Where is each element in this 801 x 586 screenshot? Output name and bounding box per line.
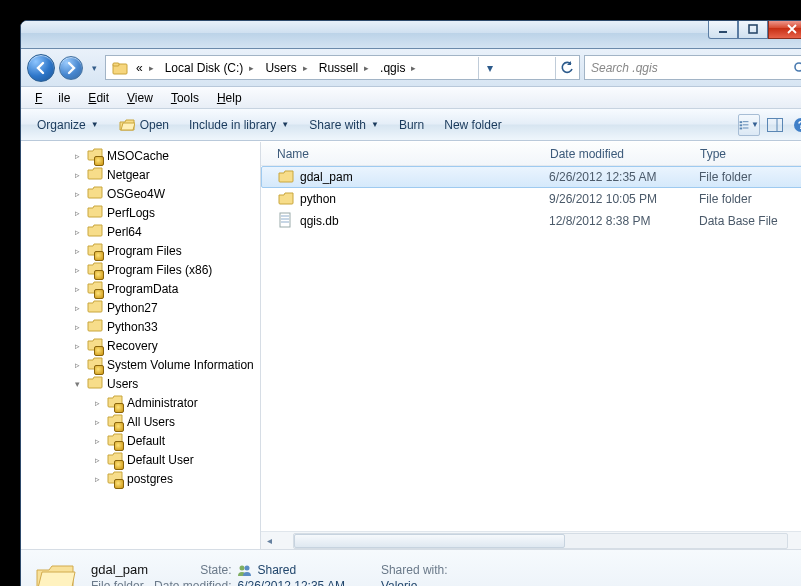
tree-item[interactable]: ▹ Default User xyxy=(21,450,260,469)
tree-twist-icon[interactable]: ▹ xyxy=(71,265,83,275)
file-rows[interactable]: gdal_pam 6/26/2012 12:35 AM File folderp… xyxy=(261,166,801,531)
col-type[interactable]: Type xyxy=(700,147,801,161)
tree-twist-icon[interactable]: ▹ xyxy=(71,227,83,237)
tree-twist-icon[interactable]: ▹ xyxy=(91,417,103,427)
burn-button[interactable]: Burn xyxy=(391,115,432,135)
breadcrumb-seg-3[interactable]: .qgis▸ xyxy=(376,56,423,79)
tree-twist-icon[interactable]: ▹ xyxy=(71,303,83,313)
tree-item[interactable]: ▹ Recovery xyxy=(21,336,260,355)
menu-file[interactable]: File xyxy=(27,89,78,107)
breadcrumb-seg-2[interactable]: Russell▸ xyxy=(315,56,376,79)
column-headers[interactable]: Name Date modified Type xyxy=(261,142,801,166)
tree-twist-icon[interactable]: ▹ xyxy=(71,208,83,218)
svg-rect-19 xyxy=(281,221,289,223)
tree-item[interactable]: ▹ Python33 xyxy=(21,317,260,336)
breadcrumb-seg-1[interactable]: Users▸ xyxy=(261,56,314,79)
breadcrumb-overflow[interactable]: « ▸ xyxy=(132,56,161,79)
preview-pane-button[interactable] xyxy=(764,114,786,136)
file-type: File folder xyxy=(699,170,801,184)
folder-tree[interactable]: ▹ MSOCache▹ Netgear▹ OSGeo4W▹ PerfLogs▹ … xyxy=(21,142,261,549)
open-button[interactable]: Open xyxy=(111,114,177,136)
col-name[interactable]: Name xyxy=(277,147,550,161)
titlebar xyxy=(21,21,801,49)
close-button[interactable] xyxy=(768,20,801,39)
minimize-button[interactable] xyxy=(708,20,738,39)
tree-item[interactable]: ▹ All Users xyxy=(21,412,260,431)
tree-item[interactable]: ▾ Users xyxy=(21,374,260,393)
folder-icon xyxy=(87,298,103,317)
locked-folder-icon xyxy=(107,450,123,469)
tree-twist-icon[interactable]: ▹ xyxy=(71,189,83,199)
tree-twist-icon[interactable]: ▹ xyxy=(91,436,103,446)
menu-tools[interactable]: Tools xyxy=(163,89,207,107)
maximize-button[interactable] xyxy=(738,20,768,39)
menu-help[interactable]: Help xyxy=(209,89,250,107)
view-mode-button[interactable]: ▼ xyxy=(738,114,760,136)
tree-item[interactable]: ▹ ProgramData xyxy=(21,279,260,298)
history-dropdown[interactable]: ▾ xyxy=(87,57,101,79)
share-with-button[interactable]: Share with▼ xyxy=(301,115,387,135)
locked-folder-icon xyxy=(87,279,103,298)
file-row[interactable]: python 9/26/2012 10:05 PM File folder xyxy=(261,188,801,210)
scroll-thumb[interactable] xyxy=(294,534,565,548)
tree-twist-icon[interactable]: ▹ xyxy=(71,341,83,351)
include-library-button[interactable]: Include in library▼ xyxy=(181,115,297,135)
locked-folder-icon xyxy=(107,431,123,450)
tree-item[interactable]: ▹ System Volume Information xyxy=(21,355,260,374)
folder-icon xyxy=(33,556,77,587)
forward-button[interactable] xyxy=(59,56,83,80)
horizontal-scrollbar[interactable]: ◂ ▸ xyxy=(261,531,801,549)
file-date: 12/8/2012 8:38 PM xyxy=(549,214,699,228)
tree-item[interactable]: ▹ Python27 xyxy=(21,298,260,317)
menu-bar: File Edit View Tools Help xyxy=(21,87,801,109)
tree-item[interactable]: ▹ Default xyxy=(21,431,260,450)
folder-icon xyxy=(278,168,294,187)
tree-twist-icon[interactable]: ▹ xyxy=(71,151,83,161)
col-date[interactable]: Date modified xyxy=(550,147,700,161)
tree-twist-icon[interactable]: ▹ xyxy=(71,284,83,294)
tree-item-label: System Volume Information xyxy=(107,358,254,372)
tree-twist-icon[interactable]: ▹ xyxy=(71,170,83,180)
tree-twist-icon[interactable]: ▹ xyxy=(91,474,103,484)
tree-twist-icon[interactable]: ▹ xyxy=(71,246,83,256)
tree-twist-icon[interactable]: ▹ xyxy=(71,360,83,370)
svg-rect-9 xyxy=(743,124,749,125)
svg-rect-17 xyxy=(281,215,289,217)
tree-item[interactable]: ▹ Administrator xyxy=(21,393,260,412)
tree-twist-icon[interactable]: ▹ xyxy=(91,398,103,408)
go-dropdown[interactable]: ▾ xyxy=(478,57,500,79)
tree-item[interactable]: ▹ Perl64 xyxy=(21,222,260,241)
search-input[interactable]: Search .qgis xyxy=(584,55,801,80)
folder-open-icon xyxy=(119,117,135,133)
tree-item[interactable]: ▹ MSOCache xyxy=(21,146,260,165)
organize-button[interactable]: Organize▼ xyxy=(29,115,107,135)
file-row[interactable]: gdal_pam 6/26/2012 12:35 AM File folder xyxy=(261,166,801,188)
breadcrumb[interactable]: « ▸ Local Disk (C:)▸ Users▸ Russell▸ .qg… xyxy=(105,55,580,80)
tree-item[interactable]: ▹ Netgear xyxy=(21,165,260,184)
help-button[interactable]: ? xyxy=(790,114,801,136)
breadcrumb-root[interactable] xyxy=(108,56,132,79)
folder-icon xyxy=(87,184,103,203)
tree-twist-icon[interactable]: ▾ xyxy=(71,379,83,389)
file-icon xyxy=(278,212,294,231)
tree-item[interactable]: ▹ Program Files (x86) xyxy=(21,260,260,279)
tree-twist-icon[interactable]: ▹ xyxy=(71,322,83,332)
tree-item-label: MSOCache xyxy=(107,149,169,163)
back-button[interactable] xyxy=(27,54,55,82)
window-controls xyxy=(708,20,801,39)
file-row[interactable]: qgis.db 12/8/2012 8:38 PM Data Base File xyxy=(261,210,801,232)
tree-item[interactable]: ▹ postgres xyxy=(21,469,260,488)
breadcrumb-label: Russell xyxy=(319,61,358,75)
menu-edit[interactable]: Edit xyxy=(80,89,117,107)
menu-view[interactable]: View xyxy=(119,89,161,107)
new-folder-button[interactable]: New folder xyxy=(436,115,509,135)
tree-item[interactable]: ▹ OSGeo4W xyxy=(21,184,260,203)
breadcrumb-seg-0[interactable]: Local Disk (C:)▸ xyxy=(161,56,262,79)
folder-icon xyxy=(87,203,103,222)
tree-item[interactable]: ▹ PerfLogs xyxy=(21,203,260,222)
scroll-left-icon[interactable]: ◂ xyxy=(261,535,277,546)
tree-item[interactable]: ▹ Program Files xyxy=(21,241,260,260)
scroll-track[interactable] xyxy=(293,533,788,549)
tree-twist-icon[interactable]: ▹ xyxy=(91,455,103,465)
refresh-button[interactable] xyxy=(555,57,577,79)
